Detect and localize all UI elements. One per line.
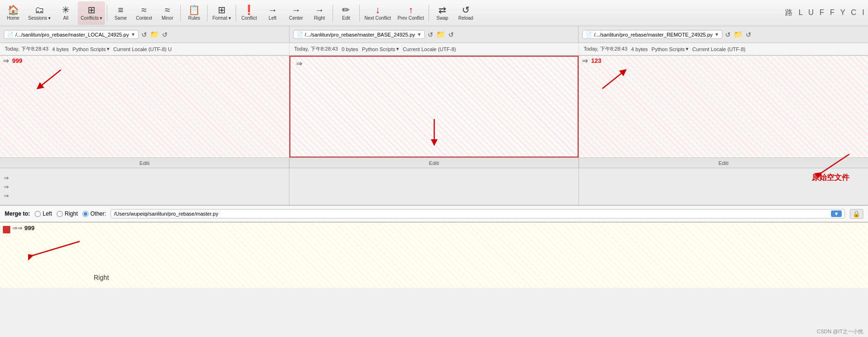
- base-editor[interactable]: ⇒: [289, 56, 579, 157]
- home-icon: 🏠: [7, 5, 19, 15]
- sep2: [180, 5, 181, 22]
- local-size: 4 bytes: [52, 46, 68, 52]
- local-folder-icon: 📁: [150, 30, 159, 39]
- tb-right[interactable]: → Right: [308, 1, 331, 25]
- remote-path-text: /.../sanlitun/pro_rebase/master_REMOTE_2…: [594, 32, 712, 37]
- base-path-btn[interactable]: 📄 /.../sanlitun/pro_rebase/master_BASE_2…: [293, 30, 425, 39]
- tb-next-conflict[interactable]: ↓ Next Conflict: [362, 1, 394, 25]
- tb-context[interactable]: ≈ Context: [133, 1, 155, 25]
- sep-col-remote: 原始空文件: [579, 168, 868, 205]
- base-folder-icon: 📁: [436, 30, 445, 39]
- tb-reload[interactable]: ↺ Reload: [454, 1, 477, 25]
- base-path-arrow: ▼: [417, 32, 422, 37]
- base-info: Today, 下午8:28:43 0 bytes Python Scripts …: [289, 43, 579, 55]
- remote-nav-btn[interactable]: ↺: [746, 31, 751, 38]
- tb-format[interactable]: ⊞ Format ▾: [209, 1, 233, 25]
- rules-icon: 📋: [188, 5, 200, 15]
- local-reload-btn[interactable]: ↺: [141, 31, 147, 38]
- tb-swap[interactable]: ⇄ Swap: [431, 1, 453, 25]
- merge-lock-btn[interactable]: 🔒: [850, 209, 863, 219]
- tb-minor[interactable]: ≈ Minor: [156, 1, 178, 25]
- local-nav-btn[interactable]: ↺: [162, 31, 168, 38]
- chinese-icons: 路 L U F F Y C I: [785, 8, 866, 18]
- merge-other-text: Other:: [90, 210, 106, 217]
- svg-line-2: [602, 70, 626, 89]
- next-conflict-icon: ↓: [375, 5, 380, 15]
- local-red-arrow: [33, 65, 70, 93]
- sep7: [429, 5, 429, 22]
- tb-rules[interactable]: 📋 Rules: [183, 1, 205, 25]
- merge-other-path: /Users/wupeiqi/sanlitun/pro_rebase/maste…: [114, 211, 218, 217]
- merge-other-radio[interactable]: [82, 211, 89, 217]
- remote-lang-btn[interactable]: Python Scripts ▾: [652, 46, 689, 52]
- reload-icon: ↺: [462, 5, 470, 15]
- sep3: [207, 5, 208, 22]
- local-path-btn[interactable]: 📄 /.../sanlitun/pro_rebase/master_LOCAL_…: [4, 30, 139, 39]
- toolbar: 🏠 Home 🗂 Sessions ▾ ✳ All ⊞ Conflicts ▾ …: [0, 0, 868, 26]
- base-file-icon: 📄: [297, 31, 303, 37]
- bottom-conflict-marker: [3, 226, 10, 233]
- sep-col-base: [289, 168, 579, 205]
- editor-area: ⇒ 999 Editi ⇒: [0, 55, 868, 168]
- merge-path-dropdown[interactable]: ▼: [831, 210, 842, 217]
- separator-area: ⇒ ⇒ ⇒ 原始空文件: [0, 168, 868, 205]
- tb-left[interactable]: → Left: [261, 1, 284, 25]
- local-lang-btn[interactable]: Python Scripts ▾: [73, 46, 110, 52]
- tb-sessions[interactable]: 🗂 Sessions ▾: [25, 1, 53, 25]
- merge-right-label[interactable]: Right: [57, 210, 78, 217]
- info-bar: Today, 下午8:28:43 4 bytes Python Scripts …: [0, 43, 868, 55]
- local-path-arrow: ▼: [131, 32, 135, 37]
- merge-label: Merge to:: [5, 210, 30, 217]
- bottom-editor[interactable]: ⇒⇒ 999 Right: [0, 222, 868, 288]
- local-statusbar: Editi: [0, 157, 289, 168]
- merge-left-radio[interactable]: [35, 211, 41, 217]
- local-file-section: 📄 /.../sanlitun/pro_rebase/master_LOCAL_…: [0, 26, 289, 43]
- tb-home-label: Home: [7, 15, 20, 21]
- merge-left-label[interactable]: Left: [35, 210, 52, 217]
- tb-home[interactable]: 🏠 Home: [2, 1, 24, 25]
- remote-path-btn[interactable]: 📄 /.../sanlitun/pro_rebase/master_REMOTE…: [582, 30, 722, 39]
- base-line-row: ⇒: [293, 59, 308, 68]
- local-arrow-marker: ⇒: [3, 56, 12, 65]
- base-reload-btn[interactable]: ↺: [428, 31, 433, 38]
- base-date: Today, 下午8:28:43: [294, 45, 338, 52]
- svg-line-3: [821, 154, 849, 173]
- merge-other-label[interactable]: Other:: [82, 210, 106, 217]
- merge-right-text: Right: [65, 210, 78, 217]
- remote-date: Today, 下午8:28:43: [584, 45, 627, 52]
- all-icon: ✳: [62, 5, 70, 15]
- chinese-annotation-container: 原始空文件: [812, 150, 859, 183]
- merge-right-radio[interactable]: [57, 211, 63, 217]
- local-editor[interactable]: ⇒ 999: [0, 56, 289, 157]
- tb-all[interactable]: ✳ All: [54, 1, 77, 25]
- sep-arrow-local-1: ⇒: [4, 174, 9, 181]
- tb-conflict[interactable]: ❗ Conflict: [238, 1, 260, 25]
- remote-folder-icon: 📁: [734, 30, 743, 39]
- bottom-arrows: ⇒⇒: [12, 225, 22, 232]
- base-encoding: Current Locale (UTF-8): [403, 46, 456, 52]
- tb-center[interactable]: → Center: [285, 1, 307, 25]
- local-line-row: ⇒ 999: [0, 56, 289, 66]
- remote-reload-btn[interactable]: ↺: [725, 31, 731, 38]
- tb-same[interactable]: ≡ Same: [109, 1, 132, 25]
- same-icon: ≡: [118, 5, 124, 15]
- remote-editor[interactable]: ⇒ 123: [579, 56, 868, 157]
- sep-arrow-local-3: ⇒: [4, 192, 9, 199]
- remote-red-arrow: [598, 65, 635, 93]
- tb-edit[interactable]: ✏ Edit: [335, 1, 357, 25]
- local-info: Today, 下午8:28:43 4 bytes Python Scripts …: [0, 43, 289, 55]
- base-statusbar: Editi: [289, 157, 579, 168]
- local-line-value: 999: [12, 57, 22, 64]
- remote-encoding: Current Locale (UTF-8): [692, 46, 746, 52]
- merge-left-text: Left: [43, 210, 52, 217]
- bottom-red-arrow: [28, 237, 84, 260]
- tb-prev-conflict[interactable]: ↑ Prev Conflict: [395, 1, 427, 25]
- base-nav-btn[interactable]: ↺: [448, 31, 454, 38]
- tb-conflicts[interactable]: ⊞ Conflicts ▾: [78, 1, 105, 25]
- base-lang-btn[interactable]: Python Scripts ▾: [362, 46, 399, 52]
- format-icon: ⊞: [218, 5, 226, 15]
- sep-col-local: ⇒ ⇒ ⇒: [0, 168, 289, 205]
- file-header-bar: 📄 /.../sanlitun/pro_rebase/master_LOCAL_…: [0, 26, 868, 43]
- sep4: [236, 5, 236, 22]
- base-path-text: /.../sanlitun/pro_rebase/master_BASE_249…: [305, 32, 415, 37]
